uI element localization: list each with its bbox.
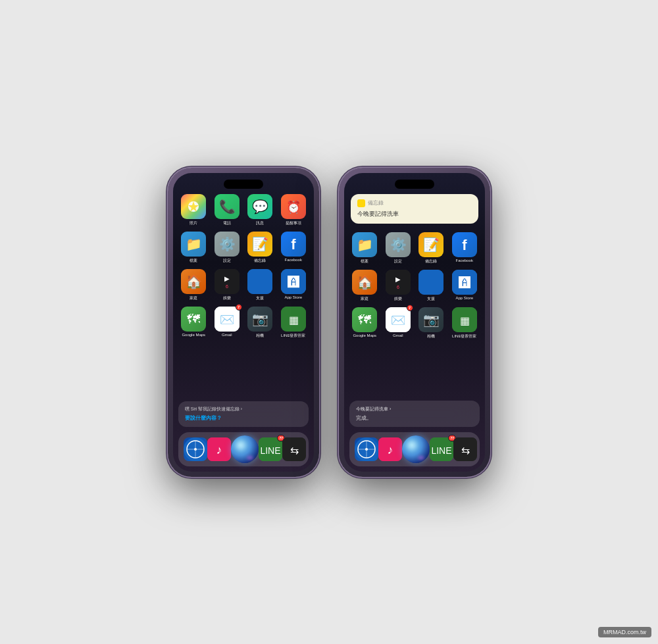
siri-result-done-right: 完成。 xyxy=(356,414,473,422)
siri-bar-action-left: 要說什麼內容？ xyxy=(185,414,302,422)
app-item-line-invoice-r[interactable]: ▦ LINE發票管家 xyxy=(451,307,479,339)
app-label-files-r: 檔案 xyxy=(361,259,368,264)
svg-text:⏰: ⏰ xyxy=(286,200,301,214)
app-item-messages[interactable]: 💬 訊息 xyxy=(246,194,274,226)
app-item-camera[interactable]: 📷 相機 xyxy=(246,307,274,339)
dock-arrow-left[interactable]: ⇆ xyxy=(282,437,306,461)
app-item-files-r[interactable]: 📁 檔案 xyxy=(351,232,379,264)
app-item-appstore[interactable]: 🅰 App Store xyxy=(280,269,308,301)
gmail-badge: 7 xyxy=(236,304,242,310)
app-label-camera-r: 相機 xyxy=(427,334,435,339)
app-grid-right: 📁 檔案 ⚙️ 設定 📝 xyxy=(351,232,478,339)
app-item-gmail-r[interactable]: ✉️ 7 Gmail xyxy=(384,307,413,339)
app-item-maps-r[interactable]: 🗺 Google Maps xyxy=(351,307,379,339)
arrow-dock-icon-r: ⇆ xyxy=(453,437,477,461)
app-item-home[interactable]: 🏠 家庭 xyxy=(180,269,208,301)
home-icon: 🏠 xyxy=(181,269,206,294)
phone-screen-right: 備忘錄 今晚要記得洗車 📁 檔案 xyxy=(344,173,485,472)
svg-text:🅰: 🅰 xyxy=(459,276,470,289)
app-item-camera-r[interactable]: 📷 相機 xyxy=(417,307,445,339)
svg-text:f: f xyxy=(462,237,467,253)
entertainment-icon: ▶ 6 xyxy=(215,269,240,294)
svg-point-25 xyxy=(194,448,197,451)
app-label-files: 檔案 xyxy=(190,258,197,264)
phone-screen-left: 照片 📞 電話 💬 訊息 xyxy=(173,173,314,472)
siri-dock-icon xyxy=(231,435,259,463)
svg-text:▦: ▦ xyxy=(459,315,469,326)
maps-icon: 🗺 xyxy=(181,307,206,332)
notes-icon-r: 📝 xyxy=(418,232,443,257)
svg-text:📷: 📷 xyxy=(423,312,440,328)
facebook-icon-r: f xyxy=(452,232,477,257)
support-icon xyxy=(247,269,272,294)
dock-safari-left[interactable] xyxy=(184,437,207,461)
facebook-icon: f xyxy=(281,232,306,257)
app-item-files[interactable]: 📁 檔案 xyxy=(180,232,208,264)
safari-dock-icon-r xyxy=(355,437,378,461)
app-item-gmail[interactable]: ✉️ 7 Gmail xyxy=(213,307,241,339)
safari-dock-icon xyxy=(184,437,207,461)
app-item-maps[interactable]: 🗺 Google Maps xyxy=(180,307,208,339)
app-item-appstore-r[interactable]: 🅰 App Store xyxy=(451,270,479,302)
app-item-settings-r[interactable]: ⚙️ 設定 xyxy=(384,232,413,264)
dock-right: ♪ LINE 77 xyxy=(349,432,480,466)
app-item-support[interactable]: 支援 xyxy=(246,269,274,301)
app-item-photos[interactable]: 照片 xyxy=(180,194,208,226)
appstore-icon-r: 🅰 xyxy=(452,270,477,295)
app-label-facebook-r: Facebook xyxy=(456,259,473,262)
svg-rect-40 xyxy=(418,270,443,295)
music-dock-icon-r: ♪ xyxy=(378,437,402,461)
gmail-icon: ✉️ 7 xyxy=(215,307,240,332)
app-item-settings[interactable]: ⚙️ 設定 xyxy=(213,232,241,264)
dock-arrow-right[interactable]: ⇆ xyxy=(453,437,477,461)
siri-dock-icon-r xyxy=(402,435,430,463)
siri-suggestion-bar-left: 嘿 Siri 幫我記錄快速備忘錄 › 要說什麼內容？ xyxy=(178,401,309,427)
camera-icon-r: 📷 xyxy=(418,307,443,332)
app-item-facebook[interactable]: f Facebook xyxy=(280,232,308,264)
watermark: MRMAD.com.tw xyxy=(598,627,651,637)
svg-text:🗺: 🗺 xyxy=(358,312,371,327)
app-item-facebook-r[interactable]: f Facebook xyxy=(451,232,479,264)
phone-frame-left: 照片 📞 電話 💬 訊息 xyxy=(168,168,319,477)
app-item-entertainment-r[interactable]: ▶ 6 娛樂 xyxy=(384,270,413,302)
support-icon-r xyxy=(418,270,443,295)
app-label-entertainment: 娛樂 xyxy=(223,295,231,301)
svg-text:📝: 📝 xyxy=(423,237,440,253)
arrow-dock-icon: ⇆ xyxy=(282,437,306,461)
dock-line-right[interactable]: LINE 77 xyxy=(430,437,453,461)
settings-icon: ⚙️ xyxy=(215,232,240,257)
dock-line-left[interactable]: LINE 77 xyxy=(259,437,282,461)
app-label-home-r: 家庭 xyxy=(361,296,368,302)
svg-text:📷: 📷 xyxy=(252,311,268,327)
dock-siri-left[interactable] xyxy=(231,435,259,463)
home-icon-r: 🏠 xyxy=(352,270,377,295)
svg-text:▦: ▦ xyxy=(288,314,298,326)
svg-rect-12 xyxy=(247,269,272,294)
svg-text:6: 6 xyxy=(226,284,228,289)
svg-text:f: f xyxy=(291,236,296,253)
app-item-entertainment[interactable]: ▶ 6 娛樂 xyxy=(213,269,241,301)
settings-icon-r: ⚙️ xyxy=(386,232,411,257)
dock-music-right[interactable]: ♪ xyxy=(378,437,402,461)
app-item-support-r[interactable]: 支援 xyxy=(417,270,445,302)
app-item-home-r[interactable]: 🏠 家庭 xyxy=(351,270,379,302)
app-item-phone[interactable]: 📞 電話 xyxy=(213,194,241,226)
app-label-settings-r: 設定 xyxy=(394,259,402,264)
siri-bar-title-left: 嘿 Siri 幫我記錄快速備忘錄 › xyxy=(185,407,302,412)
app-label-facebook: Facebook xyxy=(285,258,302,262)
messages-icon: 💬 xyxy=(247,194,272,219)
svg-text:⚙️: ⚙️ xyxy=(218,236,235,252)
app-item-line-invoice[interactable]: ▦ LINE發票管家 xyxy=(280,307,308,339)
dock-siri-right[interactable] xyxy=(402,435,430,463)
svg-text:✉️: ✉️ xyxy=(220,312,235,327)
notes-widget-label: 備忘錄 xyxy=(368,199,384,207)
appstore-icon: 🅰 xyxy=(281,269,306,294)
svg-text:⚙️: ⚙️ xyxy=(390,237,406,253)
dock-music-left[interactable]: ♪ xyxy=(207,437,231,461)
app-item-notes-r[interactable]: 📝 備忘錄 xyxy=(417,232,445,264)
svg-text:🗺: 🗺 xyxy=(187,312,200,326)
app-item-reminders[interactable]: ⏰ 提醒事項 xyxy=(280,194,308,226)
dock-safari-right[interactable] xyxy=(355,437,378,461)
app-item-notes[interactable]: 📝 備忘錄 xyxy=(246,232,274,264)
notes-widget-content: 今晚要記得洗車 xyxy=(357,210,472,218)
